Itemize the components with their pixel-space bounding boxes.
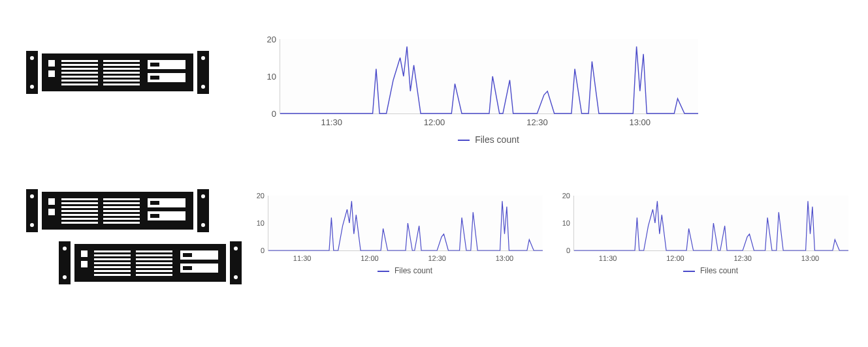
svg-rect-46 xyxy=(103,210,140,212)
legend-swatch-icon xyxy=(683,271,695,272)
chart-line xyxy=(268,196,543,250)
svg-rect-10 xyxy=(61,64,98,66)
svg-rect-69 xyxy=(94,274,131,276)
y-tick: 0 xyxy=(261,247,268,254)
svg-point-32 xyxy=(201,223,205,227)
svg-rect-44 xyxy=(103,202,140,204)
svg-rect-49 xyxy=(103,222,140,224)
svg-rect-16 xyxy=(103,60,140,62)
svg-rect-37 xyxy=(61,202,98,204)
x-tick: 11:30 xyxy=(599,250,617,262)
svg-rect-76 xyxy=(136,274,172,276)
svg-rect-41 xyxy=(61,218,98,220)
svg-rect-71 xyxy=(136,254,172,256)
svg-point-29 xyxy=(30,223,34,227)
svg-rect-79 xyxy=(183,253,192,257)
svg-rect-8 xyxy=(48,70,55,77)
x-tick: 13:00 xyxy=(630,113,651,127)
svg-rect-36 xyxy=(61,198,98,200)
svg-rect-35 xyxy=(48,209,55,215)
x-tick: 11:30 xyxy=(293,250,312,262)
svg-point-58 xyxy=(234,247,238,250)
svg-point-56 xyxy=(63,275,67,279)
svg-rect-64 xyxy=(94,254,131,256)
svg-rect-43 xyxy=(103,198,140,200)
plot-area: 20 10 0 11:30 12:00 12:30 13:00 xyxy=(280,39,698,114)
y-tick: 10 xyxy=(562,219,574,227)
x-tick: 13:00 xyxy=(496,250,514,262)
svg-rect-13 xyxy=(61,76,98,78)
svg-rect-12 xyxy=(61,72,98,74)
svg-rect-68 xyxy=(94,270,131,272)
svg-rect-53 xyxy=(150,214,159,218)
plot-area: 20 10 0 11:30 12:00 12:30 13:00 xyxy=(573,196,848,251)
legend-label: Files count xyxy=(394,266,432,275)
chart-legend: Files count xyxy=(280,134,698,145)
svg-rect-67 xyxy=(94,266,131,268)
svg-point-1 xyxy=(30,56,34,60)
files-count-chart-small-2: 20 10 0 11:30 12:00 12:30 13:00 Files co… xyxy=(573,196,848,280)
svg-rect-75 xyxy=(136,270,172,272)
svg-point-31 xyxy=(201,194,205,198)
svg-rect-70 xyxy=(136,250,172,252)
svg-rect-11 xyxy=(61,68,98,70)
svg-rect-34 xyxy=(48,198,55,205)
svg-rect-42 xyxy=(61,222,98,224)
svg-rect-48 xyxy=(103,218,140,220)
y-tick: 10 xyxy=(267,72,280,82)
svg-point-28 xyxy=(30,194,34,198)
x-tick: 12:00 xyxy=(424,113,445,127)
server-rack-icon xyxy=(26,51,209,94)
y-tick: 0 xyxy=(566,247,574,254)
x-tick: 12:00 xyxy=(666,250,684,262)
y-tick: 20 xyxy=(562,192,574,200)
svg-rect-45 xyxy=(103,206,140,208)
svg-rect-38 xyxy=(61,206,98,208)
svg-point-55 xyxy=(63,247,67,250)
svg-rect-72 xyxy=(136,258,172,260)
svg-rect-40 xyxy=(61,214,98,216)
svg-rect-47 xyxy=(103,214,140,216)
svg-rect-74 xyxy=(136,266,172,268)
svg-rect-65 xyxy=(94,258,131,260)
svg-rect-26 xyxy=(150,76,159,80)
svg-rect-18 xyxy=(103,68,140,70)
legend-swatch-icon xyxy=(458,140,470,141)
svg-point-59 xyxy=(234,275,238,279)
svg-rect-14 xyxy=(61,80,98,82)
svg-rect-63 xyxy=(94,250,131,252)
chart-legend: Files count xyxy=(268,266,542,275)
legend-label: Files count xyxy=(700,266,738,275)
chart-line xyxy=(574,196,848,250)
plot-area: 20 10 0 11:30 12:00 12:30 13:00 xyxy=(268,196,543,251)
svg-rect-61 xyxy=(81,250,88,257)
svg-rect-73 xyxy=(136,262,172,264)
files-count-chart-large: 20 10 0 11:30 12:00 12:30 13:00 Files co… xyxy=(280,39,698,153)
y-tick: 0 xyxy=(272,109,280,119)
svg-rect-9 xyxy=(61,60,98,62)
svg-rect-52 xyxy=(150,201,159,205)
x-tick: 13:00 xyxy=(801,250,820,262)
svg-rect-66 xyxy=(94,262,131,264)
svg-rect-62 xyxy=(81,261,88,267)
svg-rect-21 xyxy=(103,80,140,82)
x-tick: 12:30 xyxy=(733,250,752,262)
svg-point-4 xyxy=(201,56,205,60)
chart-legend: Files count xyxy=(573,266,848,275)
svg-point-5 xyxy=(201,85,205,89)
legend-swatch-icon xyxy=(378,271,389,272)
x-tick: 12:00 xyxy=(361,250,379,262)
svg-rect-25 xyxy=(150,63,159,67)
y-tick: 10 xyxy=(257,219,268,227)
svg-rect-80 xyxy=(183,266,192,270)
y-tick: 20 xyxy=(267,35,280,44)
x-tick: 12:30 xyxy=(428,250,446,262)
svg-rect-20 xyxy=(103,76,140,78)
svg-rect-7 xyxy=(48,60,55,67)
svg-rect-19 xyxy=(103,72,140,74)
legend-label: Files count xyxy=(475,134,519,145)
svg-rect-15 xyxy=(61,83,98,85)
y-tick: 20 xyxy=(257,192,268,200)
files-count-chart-small-1: 20 10 0 11:30 12:00 12:30 13:00 Files co… xyxy=(268,196,542,280)
chart-line xyxy=(280,39,698,113)
